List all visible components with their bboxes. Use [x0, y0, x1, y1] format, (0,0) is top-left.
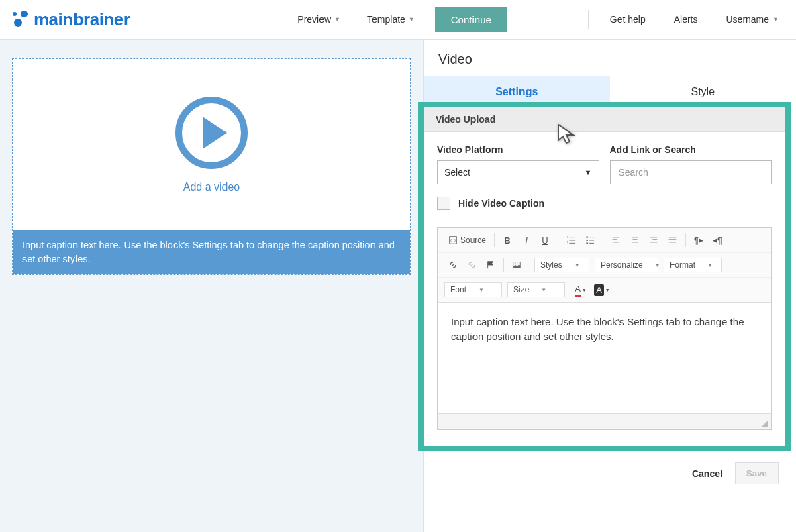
video-block[interactable]: Add a video Input caption text here. Use… — [12, 58, 411, 275]
svg-point-11 — [586, 240, 588, 242]
canvas-area: Add a video Input caption text here. Use… — [0, 40, 423, 532]
source-icon — [448, 235, 458, 245]
align-right-icon — [649, 235, 658, 245]
align-left-button[interactable] — [607, 232, 625, 248]
search-label: Add Link or Search — [610, 144, 773, 155]
align-justify-button[interactable] — [664, 232, 681, 248]
image-icon — [512, 260, 521, 270]
svg-point-1 — [21, 11, 28, 17]
hide-caption-checkbox[interactable] — [437, 197, 450, 210]
format-dropdown[interactable]: Format▼ — [664, 258, 722, 272]
link-button[interactable] — [444, 257, 462, 273]
panel-footer: Cancel Save — [424, 451, 796, 495]
rtl-button[interactable]: ◀¶ — [709, 232, 726, 248]
logo: mainbrainer — [11, 9, 130, 30]
ordered-list-button[interactable]: 123 — [562, 232, 580, 248]
rich-text-editor: Source B I U 123 — [437, 227, 772, 430]
app-header: mainbrainer Preview▼ Template▼ Continue … — [0, 0, 796, 40]
align-right-button[interactable] — [645, 232, 662, 248]
caret-down-icon: ▼ — [334, 16, 340, 23]
svg-text:1: 1 — [567, 236, 568, 239]
unordered-list-button[interactable] — [581, 232, 599, 248]
caption-bar: Input caption text here. Use the block's… — [13, 230, 410, 274]
font-dropdown[interactable]: Font▼ — [444, 282, 502, 297]
bold-button[interactable]: B — [499, 232, 516, 248]
align-center-button[interactable] — [626, 232, 644, 248]
highlight-frame: Video Upload Video Platform Select ▼ Add… — [418, 102, 791, 451]
align-justify-icon — [668, 235, 677, 245]
align-left-icon — [611, 235, 621, 245]
nav-get-help[interactable]: Get help — [603, 9, 652, 30]
logo-icon — [11, 11, 30, 28]
divider — [588, 10, 589, 29]
caret-down-icon: ▼ — [409, 16, 415, 23]
svg-point-12 — [586, 242, 588, 244]
play-icon — [175, 97, 248, 169]
size-dropdown[interactable]: Size▼ — [507, 282, 565, 297]
ul-icon — [585, 235, 595, 245]
svg-text:2: 2 — [567, 240, 568, 242]
svg-point-10 — [586, 236, 588, 238]
align-center-icon — [630, 235, 640, 245]
section-header: Video Upload — [424, 107, 785, 132]
right-panel: Video Settings Style Video Upload Video … — [423, 40, 796, 532]
video-placeholder[interactable]: Add a video — [13, 59, 410, 230]
nav-alerts[interactable]: Alerts — [667, 9, 705, 30]
text-color-button[interactable]: A▼ — [570, 282, 591, 298]
ltr-button[interactable]: ¶▶ — [690, 232, 707, 248]
rte-source-button[interactable]: Source — [444, 235, 490, 245]
svg-text:3: 3 — [567, 242, 568, 245]
svg-rect-3 — [450, 237, 457, 244]
platform-label: Video Platform — [437, 144, 599, 155]
hide-caption-label: Hide Video Caption — [458, 198, 544, 209]
rte-content[interactable]: Input caption text here. Use the block's… — [438, 303, 771, 413]
add-video-label: Add a video — [183, 181, 240, 193]
image-button[interactable] — [508, 257, 526, 273]
svg-point-29 — [515, 263, 516, 264]
nav-center: Preview▼ Template▼ Continue — [170, 7, 507, 32]
logo-text: mainbrainer — [34, 9, 130, 30]
platform-select[interactable]: Select ▼ — [437, 160, 599, 184]
cancel-button[interactable]: Cancel — [692, 468, 723, 479]
nav-right: Get help Alerts Username▼ — [588, 9, 785, 30]
flag-icon — [486, 260, 495, 270]
svg-point-2 — [14, 19, 22, 27]
save-button[interactable]: Save — [735, 462, 779, 484]
nav-username[interactable]: Username▼ — [719, 9, 785, 30]
flag-button[interactable] — [482, 257, 499, 273]
italic-button[interactable]: I — [517, 232, 535, 248]
caret-down-icon: ▼ — [585, 168, 592, 176]
rte-resize-handle[interactable] — [438, 413, 771, 429]
section-body: Video Platform Select ▼ Add Link or Sear… — [424, 132, 785, 442]
nav-preview[interactable]: Preview▼ — [291, 9, 347, 30]
link-icon — [448, 260, 458, 270]
unlink-icon — [467, 260, 477, 270]
ol-icon: 123 — [566, 235, 576, 245]
personalize-dropdown[interactable]: Personalize▼ — [595, 258, 658, 272]
rte-toolbar: Source B I U 123 — [438, 228, 771, 303]
search-input[interactable] — [610, 160, 773, 184]
panel-title: Video — [424, 40, 796, 76]
styles-dropdown[interactable]: Styles▼ — [534, 258, 589, 272]
main-area: Add a video Input caption text here. Use… — [0, 40, 796, 532]
svg-point-0 — [13, 12, 17, 16]
caret-down-icon: ▼ — [773, 16, 779, 23]
bg-color-button[interactable]: A▼ — [592, 282, 612, 298]
underline-button[interactable]: U — [536, 232, 554, 248]
continue-button[interactable]: Continue — [435, 7, 507, 32]
unlink-button[interactable] — [463, 257, 481, 273]
nav-template[interactable]: Template▼ — [360, 9, 421, 30]
